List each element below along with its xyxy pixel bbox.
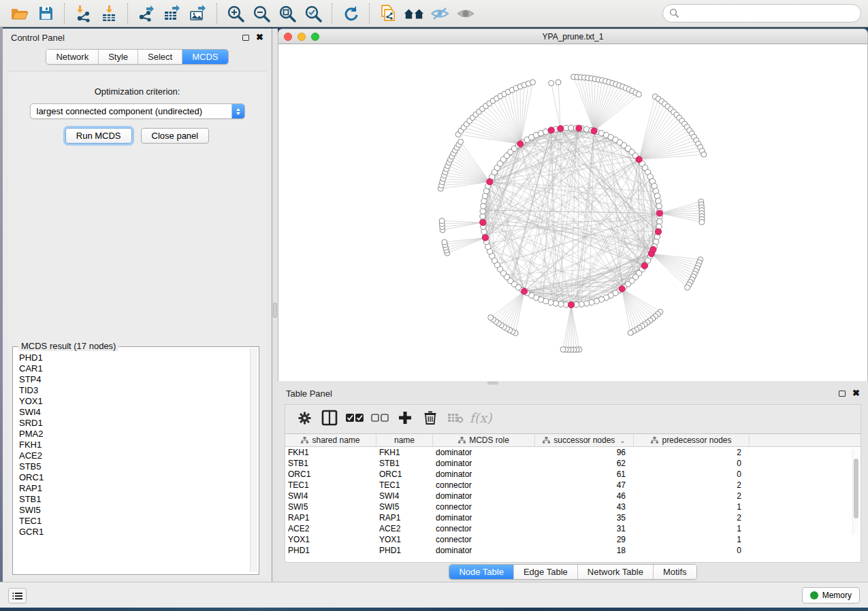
settings-gear-icon[interactable]: [295, 409, 314, 427]
table-cell: 96: [535, 447, 634, 458]
scrollbar-thumb[interactable]: [854, 459, 858, 518]
delete-table-icon[interactable]: [446, 409, 465, 427]
table-row[interactable]: SWI5SWI5connector431: [285, 501, 861, 512]
table-cell: 29: [535, 534, 634, 545]
save-session-button[interactable]: [35, 3, 57, 24]
export-network-button[interactable]: [135, 3, 157, 24]
mcds-result-item[interactable]: TID3: [19, 385, 249, 396]
table-row[interactable]: YOX1YOX1connector291: [285, 534, 861, 545]
open-file-button[interactable]: [9, 3, 31, 24]
table-row[interactable]: RAP1RAP1dominator352: [285, 512, 861, 523]
mcds-result-item[interactable]: ACE2: [19, 450, 249, 461]
mcds-result-item[interactable]: SWI5: [19, 505, 249, 516]
run-mcds-button[interactable]: Run MCDS: [65, 128, 132, 144]
zoom-selected-button[interactable]: [302, 3, 324, 24]
table-row[interactable]: STB1STB1dominator620: [285, 458, 861, 469]
tab-motifs[interactable]: Motifs: [654, 565, 696, 579]
tab-select[interactable]: Select: [138, 50, 182, 64]
table-row[interactable]: PHD1PHD1dominator180: [285, 545, 861, 556]
function-builder-icon[interactable]: f(x): [471, 409, 490, 427]
column-header-name[interactable]: name: [376, 434, 433, 446]
column-header-successor-nodes[interactable]: successor nodes⌄: [535, 434, 634, 446]
toolbar-separator: [127, 3, 128, 24]
mcds-result-item[interactable]: STB5: [19, 461, 249, 472]
tab-mcds[interactable]: MCDS: [182, 50, 227, 64]
mcds-result-item[interactable]: SRD1: [19, 418, 249, 429]
mcds-result-item[interactable]: PHD1: [19, 352, 249, 363]
network-window-titlebar[interactable]: YPA_prune.txt_1: [278, 29, 868, 44]
table-row[interactable]: ACE2ACE2connector311: [285, 523, 861, 534]
mcds-result-item[interactable]: ORC1: [19, 472, 249, 483]
mcds-result-item[interactable]: PMA2: [19, 429, 249, 440]
import-table-button[interactable]: [98, 3, 120, 24]
delete-row-icon[interactable]: [421, 409, 440, 427]
mcds-result-item[interactable]: CAR1: [19, 363, 249, 374]
tab-network[interactable]: Network: [46, 50, 99, 64]
mcds-result-item[interactable]: SWI4: [19, 407, 249, 418]
application-window: Control Panel ✖ NetworkStyleSelectMCDS O…: [0, 0, 868, 611]
table-row[interactable]: FKH1FKH1dominator962: [285, 447, 861, 458]
column-header-predecessor-nodes[interactable]: predecessor nodes: [634, 434, 750, 446]
mcds-result-item[interactable]: TEC1: [19, 516, 249, 527]
toolbar-separator: [216, 3, 217, 24]
memory-label: Memory: [822, 591, 852, 600]
table-row[interactable]: SWI4SWI4dominator462: [285, 491, 861, 501]
search-box[interactable]: [662, 4, 861, 22]
mcds-result-item[interactable]: YOX1: [19, 396, 249, 407]
panel-menu-button[interactable]: [8, 588, 27, 604]
show-column-icon[interactable]: [320, 409, 339, 427]
select-all-icon[interactable]: [345, 409, 364, 427]
search-input[interactable]: [679, 8, 854, 18]
close-panel-icon[interactable]: ✖: [852, 390, 860, 397]
zoom-out-button[interactable]: [251, 3, 272, 24]
tab-network-table[interactable]: Network Table: [578, 565, 654, 579]
tab-style[interactable]: Style: [99, 50, 138, 64]
table-cell: ORC1: [285, 469, 376, 480]
table-row[interactable]: TEC1TEC1connector472: [285, 480, 861, 491]
mcds-result-item[interactable]: FKH1: [19, 440, 249, 450]
apply-layout-button[interactable]: [340, 3, 361, 24]
clone-network-button[interactable]: [377, 3, 399, 24]
float-panel-icon[interactable]: [839, 391, 846, 397]
mcds-result-item[interactable]: STB1: [19, 494, 249, 505]
export-image-button[interactable]: [187, 3, 209, 24]
vertical-splitter[interactable]: [272, 29, 278, 582]
table-cell: 18: [535, 545, 634, 556]
import-network-button[interactable]: [72, 3, 94, 24]
splitter-grip[interactable]: [487, 382, 498, 384]
network-canvas[interactable]: [278, 44, 868, 381]
table-cell: dominator: [433, 469, 535, 480]
table-cell: connector: [433, 480, 535, 491]
deselect-all-icon[interactable]: [370, 409, 389, 427]
table-cell: ORC1: [376, 469, 433, 480]
mcds-list-scrollbar[interactable]: [250, 348, 257, 572]
mcds-result-item[interactable]: GCR1: [19, 527, 249, 538]
splitter-grip[interactable]: [273, 303, 277, 318]
mcds-result-item[interactable]: STP4: [19, 374, 249, 385]
column-header-MCDS-role[interactable]: MCDS role: [433, 434, 535, 446]
optimization-criterion-select[interactable]: largest connected component (undirected): [30, 103, 245, 119]
mcds-result-list[interactable]: PHD1CAR1STP4TID3YOX1SWI4SRD1PMA2FKH1ACE2…: [15, 349, 249, 572]
tab-edge-table[interactable]: Edge Table: [514, 565, 578, 579]
network-graph[interactable]: [278, 44, 867, 380]
show-all-button[interactable]: [455, 3, 477, 24]
table-row[interactable]: ORC1ORC1dominator610: [285, 469, 861, 480]
zoom-in-button[interactable]: [225, 3, 246, 24]
optimization-criterion-value: largest connected component (undirected): [31, 106, 231, 116]
mcds-result-item[interactable]: RAP1: [19, 483, 249, 494]
float-panel-icon[interactable]: [242, 35, 249, 41]
add-row-icon[interactable]: [396, 409, 415, 427]
export-table-button[interactable]: [161, 3, 183, 24]
table-scrollbar[interactable]: [852, 449, 858, 535]
table-cell: TEC1: [376, 480, 433, 491]
hide-selected-button[interactable]: [429, 3, 451, 24]
table-cell: 43: [535, 501, 634, 512]
close-panel-icon[interactable]: ✖: [256, 34, 263, 41]
memory-button[interactable]: Memory: [802, 587, 860, 604]
first-neighbors-button[interactable]: [403, 3, 425, 24]
table-cell: connector: [433, 534, 535, 545]
column-header-shared-name[interactable]: shared name: [285, 434, 376, 446]
zoom-fit-button[interactable]: [276, 3, 298, 24]
close-panel-button[interactable]: Close panel: [141, 128, 210, 144]
tab-node-table[interactable]: Node Table: [449, 565, 514, 579]
